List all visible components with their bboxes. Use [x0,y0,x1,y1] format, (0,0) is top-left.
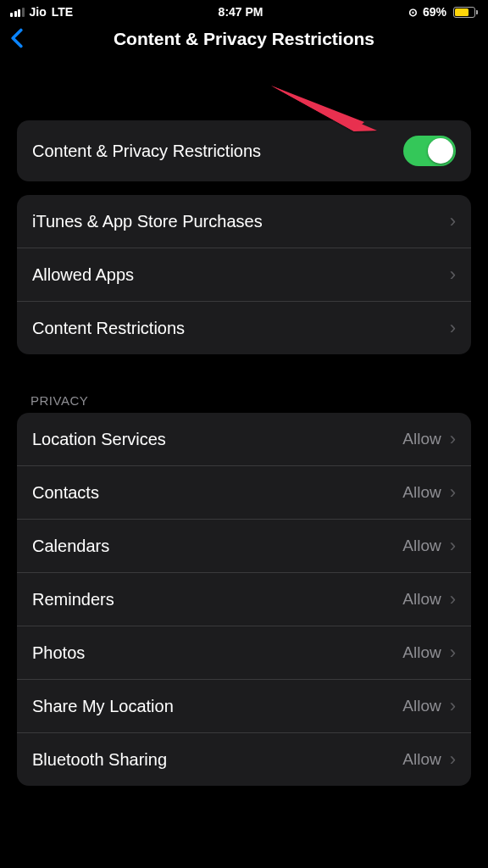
page-title: Content & Privacy Restrictions [10,29,478,49]
row-value: Allow [402,430,441,448]
chevron-right-icon: › [450,210,456,232]
row-label: Calendars [32,537,109,556]
itunes-purchases-row[interactable]: iTunes & App Store Purchases › [17,195,471,248]
calendars-row[interactable]: Calendars Allow› [17,520,471,573]
bluetooth-sharing-row[interactable]: Bluetooth Sharing Allow› [17,733,471,786]
chevron-left-icon [10,28,24,48]
allowed-apps-row[interactable]: Allowed Apps › [17,248,471,302]
chevron-right-icon: › [450,588,456,610]
row-label: Location Services [32,430,166,449]
toggle-group: Content & Privacy Restrictions [17,120,471,181]
row-value: Allow [402,537,441,555]
battery-percent: 69% [423,5,446,19]
chevron-right-icon: › [450,428,456,450]
battery-icon [452,7,478,18]
row-label: Reminders [32,590,114,609]
privacy-group: Location Services Allow› Contacts Allow›… [17,413,471,786]
back-button[interactable] [10,25,24,53]
row-label: Content & Privacy Restrictions [32,142,261,161]
row-value: Allow [402,590,441,609]
nav-header: Content & Privacy Restrictions [0,20,488,61]
row-label: Photos [32,643,85,663]
content-restrictions-row[interactable]: Content Restrictions › [17,302,471,354]
row-label: iTunes & App Store Purchases [32,212,263,231]
chevron-right-icon: › [450,481,456,504]
chevron-right-icon: › [450,535,456,557]
restrictions-group: iTunes & App Store Purchases › Allowed A… [17,195,471,354]
share-my-location-row[interactable]: Share My Location Allow› [17,680,471,733]
row-label: Content Restrictions [32,319,185,338]
chevron-right-icon: › [450,642,456,664]
status-time: 8:47 PM [219,5,263,19]
row-label: Contacts [32,483,99,503]
network-label: LTE [52,5,73,19]
row-value: Allow [402,697,441,715]
chevron-right-icon: › [450,317,456,339]
carrier-label: Jio [30,5,47,19]
row-value: Allow [402,483,441,502]
toggle-switch[interactable] [403,136,456,166]
content-privacy-toggle-row[interactable]: Content & Privacy Restrictions [17,120,471,181]
reminders-row[interactable]: Reminders Allow› [17,573,471,626]
row-label: Share My Location [32,697,174,716]
photos-row[interactable]: Photos Allow› [17,626,471,680]
row-label: Bluetooth Sharing [32,750,167,770]
row-value: Allow [402,750,441,769]
location-services-row[interactable]: Location Services Allow› [17,413,471,466]
signal-icon [10,8,25,17]
chevron-right-icon: › [450,748,456,771]
chevron-right-icon: › [450,695,456,717]
chevron-right-icon: › [450,264,456,286]
contacts-row[interactable]: Contacts Allow› [17,466,471,520]
row-value: Allow [402,643,441,662]
status-bar: Jio LTE 8:47 PM ⊙ 69% [0,0,488,20]
privacy-section-header: PRIVACY [30,393,458,408]
rotation-lock-icon: ⊙ [408,6,418,19]
row-label: Allowed Apps [32,265,134,285]
